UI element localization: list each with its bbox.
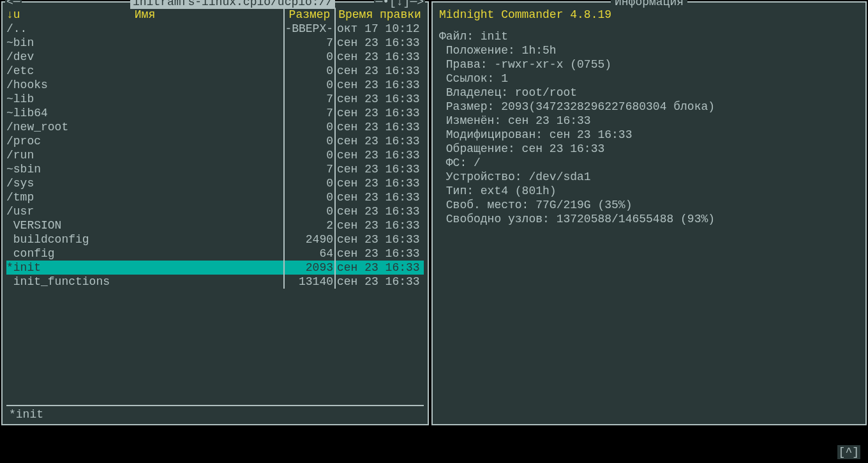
info-line: Положение: 1h:5h bbox=[439, 43, 859, 57]
info-line: Тип: ext4 (801h) bbox=[439, 184, 859, 198]
file-size: 2093 bbox=[283, 261, 334, 275]
info-line: Свободно узлов: 13720588/14655488 (93%) bbox=[439, 212, 859, 226]
mini-status: *init bbox=[6, 405, 424, 423]
file-row[interactable]: /sys0сен 23 16:33 bbox=[6, 176, 424, 190]
info-body: Midnight Commander 4.8.19 Файл: init Пол… bbox=[433, 3, 865, 231]
file-row[interactable]: ~lib647сен 23 16:33 bbox=[6, 106, 424, 120]
info-line: Устройство: /dev/sda1 bbox=[439, 170, 859, 184]
col-header-time[interactable]: Время правки bbox=[334, 8, 424, 22]
info-heading: Midnight Commander 4.8.19 bbox=[439, 8, 859, 22]
file-time: сен 23 16:33 bbox=[334, 36, 424, 50]
mc-screen: <─ initramfs-linux.cpio/ucpio:// ─•[↓]─>… bbox=[0, 0, 868, 463]
sort-indicator[interactable]: ↓u bbox=[6, 8, 20, 22]
info-lines: Файл: init Положение: 1h:5h Права: -rwxr… bbox=[439, 29, 859, 226]
file-time: окт 17 10:12 bbox=[334, 22, 424, 36]
file-name: *init bbox=[6, 261, 283, 275]
file-time: сен 23 16:33 bbox=[334, 275, 424, 289]
info-line: ФС: / bbox=[439, 156, 859, 170]
file-row[interactable]: ~sbin7сен 23 16:33 bbox=[6, 162, 424, 176]
info-line: Ссылок: 1 bbox=[439, 72, 859, 86]
file-row[interactable]: /tmp0сен 23 16:33 bbox=[6, 190, 424, 204]
file-time: сен 23 16:33 bbox=[334, 92, 424, 106]
info-line: Файл: init bbox=[439, 29, 859, 43]
file-name: /run bbox=[6, 148, 283, 162]
file-size: 7 bbox=[283, 106, 334, 120]
file-row[interactable]: /dev0сен 23 16:33 bbox=[6, 50, 424, 64]
right-panel-title: Информация bbox=[611, 0, 687, 9]
file-time: сен 23 16:33 bbox=[334, 50, 424, 64]
file-name: /sys bbox=[6, 176, 283, 190]
left-panel: <─ initramfs-linux.cpio/ucpio:// ─•[↓]─>… bbox=[1, 1, 429, 425]
file-list[interactable]: /..-ВВЕРХ-окт 17 10:12~bin7сен 23 16:33/… bbox=[6, 22, 424, 405]
info-line: Права: -rwxr-xr-x (0755) bbox=[439, 57, 859, 72]
col-header-name[interactable]: ↓u Имя bbox=[6, 8, 283, 22]
file-name: /dev bbox=[6, 50, 283, 64]
file-row[interactable]: /usr0сен 23 16:33 bbox=[6, 204, 424, 218]
file-name: /etc bbox=[6, 64, 283, 78]
file-time: сен 23 16:33 bbox=[334, 247, 424, 261]
nav-scroll-icon[interactable]: ─•[↓]─> bbox=[374, 0, 425, 9]
file-row[interactable]: /etc0сен 23 16:33 bbox=[6, 64, 424, 78]
file-name: /new_root bbox=[6, 120, 283, 134]
file-time: сен 23 16:33 bbox=[334, 204, 424, 218]
file-size: 7 bbox=[283, 36, 334, 50]
file-time: сен 23 16:33 bbox=[334, 64, 424, 78]
info-line: Модифицирован: сен 23 16:33 bbox=[439, 128, 859, 142]
file-row[interactable]: /proc0сен 23 16:33 bbox=[6, 134, 424, 148]
info-line: Своб. место: 77G/219G (35%) bbox=[439, 198, 859, 212]
file-row[interactable]: /..-ВВЕРХ-окт 17 10:12 bbox=[6, 22, 424, 36]
file-size: 7 bbox=[283, 162, 334, 176]
file-row[interactable]: buildconfig2490сен 23 16:33 bbox=[6, 232, 424, 247]
file-size: 2490 bbox=[283, 232, 334, 247]
info-line: Изменён: сен 23 16:33 bbox=[439, 114, 859, 128]
right-panel: Информация Midnight Commander 4.8.19 Фай… bbox=[431, 1, 867, 425]
file-name: buildconfig bbox=[6, 232, 283, 247]
file-size: 2 bbox=[283, 218, 334, 232]
file-time: сен 23 16:33 bbox=[334, 106, 424, 120]
file-row[interactable]: /new_root0сен 23 16:33 bbox=[6, 120, 424, 134]
info-line: Владелец: root/root bbox=[439, 86, 859, 100]
file-name: ~lib bbox=[6, 92, 283, 106]
file-name: /usr bbox=[6, 204, 283, 218]
file-name: VERSION bbox=[6, 218, 283, 232]
info-line: Размер: 2093(3472328296227680304 блока) bbox=[439, 100, 859, 114]
file-row[interactable]: *init2093сен 23 16:33 bbox=[6, 261, 424, 275]
file-size: 0 bbox=[283, 50, 334, 64]
file-size: 7 bbox=[283, 92, 334, 106]
file-time: сен 23 16:33 bbox=[334, 218, 424, 232]
file-size: 64 bbox=[283, 247, 334, 261]
left-panel-body: ↓u Имя Размер Время правки /..-ВВЕРХ-окт… bbox=[3, 3, 428, 424]
bottom-bar bbox=[0, 427, 868, 462]
file-size: 0 bbox=[283, 190, 334, 204]
file-size: 0 bbox=[283, 64, 334, 78]
file-time: сен 23 16:33 bbox=[334, 232, 424, 247]
file-time: сен 23 16:33 bbox=[334, 78, 424, 92]
file-size: -ВВЕРХ- bbox=[283, 22, 334, 36]
file-size: 13140 bbox=[283, 275, 334, 289]
file-time: сен 23 16:33 bbox=[334, 162, 424, 176]
file-row[interactable]: ~lib7сен 23 16:33 bbox=[6, 92, 424, 106]
file-row[interactable]: /run0сен 23 16:33 bbox=[6, 148, 424, 162]
file-time: сен 23 16:33 bbox=[334, 120, 424, 134]
panels-container: <─ initramfs-linux.cpio/ucpio:// ─•[↓]─>… bbox=[0, 0, 868, 427]
file-size: 0 bbox=[283, 134, 334, 148]
file-row[interactable]: VERSION2сен 23 16:33 bbox=[6, 218, 424, 232]
file-size: 0 bbox=[283, 204, 334, 218]
file-size: 0 bbox=[283, 120, 334, 134]
caret-indicator[interactable]: [^] bbox=[837, 445, 860, 459]
file-name: config bbox=[6, 247, 283, 261]
file-name: /proc bbox=[6, 134, 283, 148]
file-row[interactable]: init_functions13140сен 23 16:33 bbox=[6, 275, 424, 289]
file-row[interactable]: /hooks0сен 23 16:33 bbox=[6, 78, 424, 92]
file-row[interactable]: ~bin7сен 23 16:33 bbox=[6, 36, 424, 50]
file-name: /hooks bbox=[6, 78, 283, 92]
file-time: сен 23 16:33 bbox=[334, 261, 424, 275]
file-name: ~lib64 bbox=[6, 106, 283, 120]
file-name: /.. bbox=[6, 22, 283, 36]
file-time: сен 23 16:33 bbox=[334, 134, 424, 148]
file-name: /tmp bbox=[6, 190, 283, 204]
info-line: Обращение: сен 23 16:33 bbox=[439, 142, 859, 156]
file-size: 0 bbox=[283, 148, 334, 162]
col-header-size[interactable]: Размер bbox=[283, 8, 334, 22]
file-row[interactable]: config64сен 23 16:33 bbox=[6, 247, 424, 261]
